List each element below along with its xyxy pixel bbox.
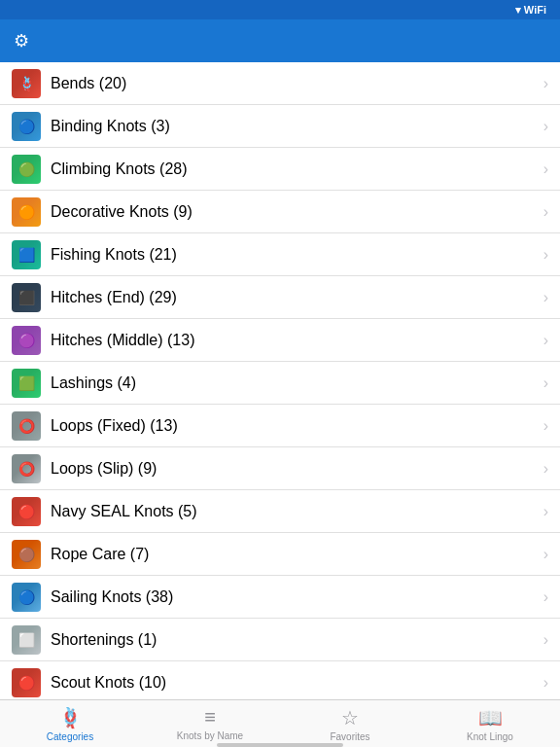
chevron-icon: › bbox=[543, 289, 548, 306]
category-list: 🪢Bends (20)›🔵Binding Knots (3)›🟢Climbing… bbox=[0, 62, 560, 699]
category-label-sailing: Sailing Knots (38) bbox=[51, 588, 540, 606]
category-icon-sailing: 🔵 bbox=[12, 583, 41, 612]
category-icon-binding: 🔵 bbox=[12, 112, 41, 141]
list-item-shortenings[interactable]: ⬜Shortenings (1)› bbox=[0, 619, 560, 661]
category-icon-lashings: 🟩 bbox=[12, 369, 41, 398]
category-icon-decorative: 🟠 bbox=[12, 197, 41, 227]
category-icon-bends: 🪢 bbox=[12, 69, 41, 98]
tab-icon-knot-lingo: 📖 bbox=[478, 706, 503, 729]
list-item-bends[interactable]: 🪢Bends (20)› bbox=[0, 62, 560, 105]
category-icon-fishing: 🟦 bbox=[12, 240, 41, 269]
list-item-scout[interactable]: 🔴Scout Knots (10)› bbox=[0, 661, 560, 699]
chevron-icon: › bbox=[543, 374, 548, 392]
list-item-loops-slip[interactable]: ⭕Loops (Slip) (9)› bbox=[0, 447, 560, 490]
category-icon-scout: 🔴 bbox=[12, 668, 41, 697]
category-label-navy: Navy SEAL Knots (5) bbox=[51, 503, 540, 520]
category-icon-rope: 🟤 bbox=[12, 540, 41, 569]
tab-favorites[interactable]: ☆Favorites bbox=[280, 700, 420, 747]
category-label-loops-fixed: Loops (Fixed) (13) bbox=[51, 417, 540, 435]
tab-label-categories: Categories bbox=[47, 731, 93, 742]
chevron-icon: › bbox=[543, 417, 548, 435]
category-icon-shortenings: ⬜ bbox=[12, 625, 41, 655]
list-item-hitches-middle[interactable]: 🟣Hitches (Middle) (13)› bbox=[0, 319, 560, 362]
chevron-icon: › bbox=[543, 631, 548, 649]
list-item-navy[interactable]: 🔴Navy SEAL Knots (5)› bbox=[0, 490, 560, 533]
category-label-rope: Rope Care (7) bbox=[51, 546, 540, 563]
category-label-shortenings: Shortenings (1) bbox=[51, 631, 540, 649]
tab-bar: 🪢Categories≡Knots by Name☆Favorites📖Knot… bbox=[0, 699, 560, 747]
tab-label-favorites: Favorites bbox=[330, 731, 369, 742]
status-bar: ▾ WiFi bbox=[0, 0, 560, 19]
chevron-icon: › bbox=[543, 332, 548, 349]
list-item-climbing[interactable]: 🟢Climbing Knots (28)› bbox=[0, 148, 560, 191]
chevron-icon: › bbox=[543, 588, 548, 606]
tab-icon-favorites: ☆ bbox=[341, 706, 359, 729]
chevron-icon: › bbox=[543, 203, 548, 221]
category-label-bends: Bends (20) bbox=[51, 75, 540, 92]
tab-label-knots-by-name: Knots by Name bbox=[177, 730, 243, 741]
chevron-icon: › bbox=[543, 246, 548, 264]
tab-knots-by-name[interactable]: ≡Knots by Name bbox=[140, 700, 280, 747]
gear-icon[interactable]: ⚙ bbox=[14, 30, 29, 52]
list-item-lashings[interactable]: 🟩Lashings (4)› bbox=[0, 362, 560, 405]
chevron-icon: › bbox=[543, 75, 548, 92]
tab-icon-categories: 🪢 bbox=[58, 706, 83, 729]
chevron-icon: › bbox=[543, 546, 548, 563]
chevron-icon: › bbox=[543, 160, 548, 178]
category-label-decorative: Decorative Knots (9) bbox=[51, 203, 540, 221]
list-item-fishing[interactable]: 🟦Fishing Knots (21)› bbox=[0, 233, 560, 276]
list-item-loops-fixed[interactable]: ⭕Loops (Fixed) (13)› bbox=[0, 405, 560, 447]
list-item-rope[interactable]: 🟤Rope Care (7)› bbox=[0, 533, 560, 576]
list-item-binding[interactable]: 🔵Binding Knots (3)› bbox=[0, 105, 560, 148]
category-icon-navy: 🔴 bbox=[12, 497, 41, 526]
category-label-scout: Scout Knots (10) bbox=[51, 674, 540, 692]
tab-label-knot-lingo: Knot Lingo bbox=[467, 731, 513, 742]
list-item-sailing[interactable]: 🔵Sailing Knots (38)› bbox=[0, 576, 560, 619]
tab-categories[interactable]: 🪢Categories bbox=[0, 700, 140, 747]
category-label-lashings: Lashings (4) bbox=[51, 374, 540, 392]
nav-bar: ⚙ bbox=[0, 19, 560, 62]
category-icon-loops-fixed: ⭕ bbox=[12, 411, 41, 441]
chevron-icon: › bbox=[543, 674, 548, 692]
category-label-climbing: Climbing Knots (28) bbox=[51, 160, 540, 178]
category-icon-climbing: 🟢 bbox=[12, 155, 41, 184]
category-label-fishing: Fishing Knots (21) bbox=[51, 246, 540, 264]
tab-knot-lingo[interactable]: 📖Knot Lingo bbox=[420, 700, 560, 747]
status-right: ▾ WiFi bbox=[515, 4, 550, 17]
chevron-icon: › bbox=[543, 460, 548, 478]
category-label-hitches-middle: Hitches (Middle) (13) bbox=[51, 332, 540, 349]
category-label-loops-slip: Loops (Slip) (9) bbox=[51, 460, 540, 478]
category-icon-hitches-middle: 🟣 bbox=[12, 326, 41, 355]
category-label-binding: Binding Knots (3) bbox=[51, 118, 540, 135]
category-label-hitches-end: Hitches (End) (29) bbox=[51, 289, 540, 306]
list-item-decorative[interactable]: 🟠Decorative Knots (9)› bbox=[0, 191, 560, 233]
category-icon-hitches-end: ⬛ bbox=[12, 283, 41, 312]
chevron-icon: › bbox=[543, 503, 548, 520]
category-icon-loops-slip: ⭕ bbox=[12, 454, 41, 483]
chevron-icon: › bbox=[543, 118, 548, 135]
tab-icon-knots-by-name: ≡ bbox=[204, 706, 216, 729]
home-indicator bbox=[217, 743, 343, 747]
list-item-hitches-end[interactable]: ⬛Hitches (End) (29)› bbox=[0, 276, 560, 319]
wifi-icon: ▾ WiFi bbox=[515, 4, 546, 17]
